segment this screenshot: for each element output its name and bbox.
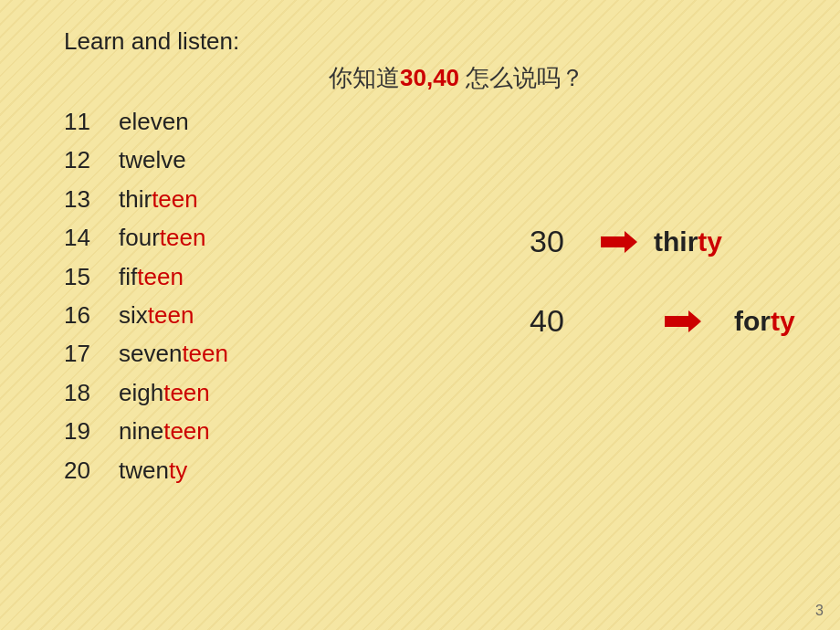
word-red-part: ty [169, 457, 187, 484]
digit-18: 18 [64, 376, 119, 409]
thirty-row: 30 thirty [530, 224, 795, 259]
digit-13: 13 [64, 183, 119, 215]
word-prefix: six [119, 301, 148, 329]
word-eleven: eleven [119, 105, 189, 138]
chinese-question: 你知道30,40 怎么说吗？ [329, 62, 584, 94]
tens-section: 30 thirty 40 forty [530, 224, 795, 339]
word-sixteen: sixteen [119, 299, 194, 331]
chinese-highlight: 30,40 [400, 64, 459, 91]
word-fifteen: fifteen [119, 260, 184, 293]
forty-arrow-icon [665, 309, 701, 334]
number-row-13: 13thirteen [64, 183, 228, 215]
number-row-15: 15fifteen [64, 260, 228, 293]
chinese-suffix: 怎么说吗？ [459, 64, 584, 91]
word-prefix: thir [119, 185, 152, 213]
forty-digit: 40 [530, 303, 584, 339]
thirty-word: thirty [654, 226, 722, 257]
svg-marker-0 [601, 231, 637, 253]
word-seventeen: seventeen [119, 337, 228, 370]
word-nineteen: nineteen [119, 415, 210, 447]
word-red-part: teen [148, 301, 194, 329]
digit-11: 11 [64, 105, 119, 138]
numbers-list: 11eleven12twelve13thirteen14fourteen15fi… [64, 105, 228, 492]
number-row-12: 12twelve [64, 143, 228, 176]
digit-20: 20 [64, 454, 119, 487]
word-red-part: teen [137, 263, 184, 290]
digit-17: 17 [64, 337, 119, 370]
number-row-20: 20twenty [64, 454, 228, 487]
forty-red: ty [771, 306, 795, 336]
digit-14: 14 [64, 221, 119, 254]
forty-arrow-word: forty [648, 306, 795, 337]
number-row-14: 14fourteen [64, 221, 228, 254]
word-red-part: teen [160, 224, 206, 251]
forty-black: for [734, 306, 771, 336]
digit-15: 15 [64, 260, 119, 293]
svg-marker-1 [665, 310, 701, 332]
thirty-digit: 30 [530, 224, 584, 259]
number-row-18: 18eighteen [64, 376, 228, 409]
word-suffix: elve [142, 146, 186, 173]
number-row-16: 16sixteen [64, 299, 228, 331]
word-red-part: teen [182, 340, 228, 367]
number-row-19: 19nineteen [64, 415, 228, 447]
digit-19: 19 [64, 415, 119, 447]
word-twelve: twelve [119, 143, 186, 176]
word-red-part: teen [163, 379, 210, 406]
thirty-arrow-icon [601, 229, 637, 255]
word-prefix: seven [119, 340, 182, 367]
word-prefix: eigh [119, 379, 163, 406]
word-prefix: tw [119, 146, 142, 173]
digit-12: 12 [64, 143, 119, 176]
word-red-part: teen [163, 417, 210, 445]
word-thirteen: thirteen [119, 183, 198, 215]
word-prefix: twen [119, 457, 169, 484]
word-prefix: el [119, 108, 137, 135]
slide-title: Learn and listen: [64, 27, 239, 56]
forty-word: forty [734, 306, 795, 337]
number-row-17: 17seventeen [64, 337, 228, 370]
word-suffix: even [137, 108, 188, 135]
word-prefix: four [119, 224, 160, 251]
word-fourteen: fourteen [119, 221, 205, 254]
number-row-11: 11eleven [64, 105, 228, 138]
word-red-part: teen [152, 185, 198, 213]
word-prefix: nine [119, 417, 163, 445]
word-twenty: twenty [119, 454, 187, 487]
digit-16: 16 [64, 299, 119, 331]
thirty-black: thir [654, 226, 698, 257]
thirty-red: ty [698, 226, 722, 257]
word-prefix: fif [119, 263, 137, 290]
chinese-prefix: 你知道 [329, 64, 400, 91]
forty-container: 40 forty [530, 303, 795, 339]
word-eighteen: eighteen [119, 376, 210, 409]
page-number: 3 [815, 603, 824, 619]
